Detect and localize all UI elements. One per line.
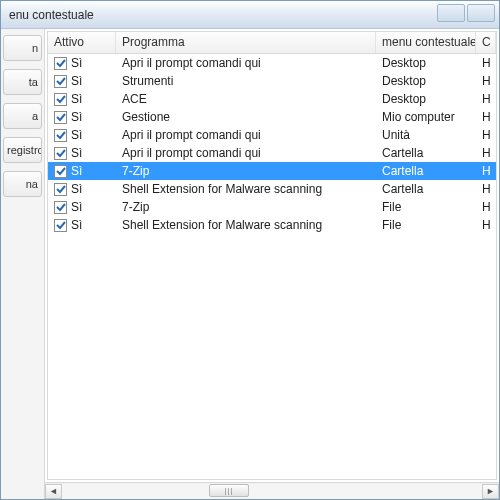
table-area: Attivo Programma menu contestuale C SìAp… [45, 29, 499, 499]
cell-attivo: Sì [48, 91, 116, 107]
cell-last: H [476, 127, 496, 143]
cell-menu: Cartella [376, 145, 476, 161]
cell-programma: Gestione [116, 109, 376, 125]
cell-menu: Cartella [376, 163, 476, 179]
cell-programma: Shell Extension for Malware scanning [116, 217, 376, 233]
sidebar-button-1[interactable]: ta [3, 69, 42, 95]
table-header: Attivo Programma menu contestuale C [48, 32, 496, 54]
window-controls [437, 4, 495, 22]
sidebar-button-0[interactable]: n [3, 35, 42, 61]
attivo-value: Sì [71, 218, 82, 232]
cell-last: H [476, 181, 496, 197]
scroll-right-icon[interactable]: ► [482, 484, 499, 499]
table-row[interactable]: SìApri il prompt comandi quiDesktopH [48, 54, 496, 72]
table-row[interactable]: SìGestioneMio computerH [48, 108, 496, 126]
window: enu contestuale n ta a registro na Attiv… [0, 0, 500, 500]
cell-attivo: Sì [48, 217, 116, 233]
scroll-track[interactable]: ||| [62, 484, 482, 499]
cell-attivo: Sì [48, 163, 116, 179]
table-row[interactable]: SìApri il prompt comandi quiCartellaH [48, 144, 496, 162]
attivo-value: Sì [71, 146, 82, 160]
cell-programma: ACE [116, 91, 376, 107]
checkbox[interactable] [54, 93, 67, 106]
checkbox[interactable] [54, 75, 67, 88]
window-body: n ta a registro na Attivo Programma menu… [1, 29, 499, 499]
cell-programma: Shell Extension for Malware scanning [116, 181, 376, 197]
cell-last: H [476, 55, 496, 71]
header-menu[interactable]: menu contestuale [376, 32, 476, 53]
table-rows: SìApri il prompt comandi quiDesktopHSìSt… [48, 54, 496, 234]
maximize-button[interactable] [467, 4, 495, 22]
minimize-button[interactable] [437, 4, 465, 22]
table-row[interactable]: SìStrumentiDesktopH [48, 72, 496, 90]
cell-last: H [476, 145, 496, 161]
attivo-value: Sì [71, 164, 82, 178]
sidebar-button-3[interactable]: registro [3, 137, 42, 163]
cell-menu: Desktop [376, 91, 476, 107]
cell-programma: Strumenti [116, 73, 376, 89]
table-row[interactable]: SìACEDesktopH [48, 90, 496, 108]
attivo-value: Sì [71, 56, 82, 70]
cell-attivo: Sì [48, 109, 116, 125]
titlebar: enu contestuale [1, 1, 499, 29]
cell-menu: File [376, 199, 476, 215]
scroll-left-icon[interactable]: ◄ [45, 484, 62, 499]
cell-attivo: Sì [48, 199, 116, 215]
header-attivo[interactable]: Attivo [48, 32, 116, 53]
horizontal-scrollbar[interactable]: ◄ ||| ► [45, 482, 499, 499]
sidebar-button-4[interactable]: na [3, 171, 42, 197]
cell-attivo: Sì [48, 73, 116, 89]
checkbox[interactable] [54, 219, 67, 232]
attivo-value: Sì [71, 92, 82, 106]
cell-last: H [476, 73, 496, 89]
cell-last: H [476, 199, 496, 215]
cell-last: H [476, 91, 496, 107]
sidebar: n ta a registro na [1, 29, 45, 499]
attivo-value: Sì [71, 128, 82, 142]
cell-menu: Unità [376, 127, 476, 143]
attivo-value: Sì [71, 74, 82, 88]
cell-programma: Apri il prompt comandi qui [116, 55, 376, 71]
table-row[interactable]: SìShell Extension for Malware scanningFi… [48, 216, 496, 234]
table-row[interactable]: SìShell Extension for Malware scanningCa… [48, 180, 496, 198]
cell-programma: 7-Zip [116, 163, 376, 179]
scroll-thumb[interactable]: ||| [209, 484, 249, 497]
checkbox[interactable] [54, 129, 67, 142]
cell-menu: Mio computer [376, 109, 476, 125]
data-grid: Attivo Programma menu contestuale C SìAp… [47, 31, 497, 480]
cell-attivo: Sì [48, 55, 116, 71]
checkbox[interactable] [54, 165, 67, 178]
cell-attivo: Sì [48, 145, 116, 161]
checkbox[interactable] [54, 201, 67, 214]
cell-programma: 7-Zip [116, 199, 376, 215]
cell-last: H [476, 109, 496, 125]
cell-menu: Desktop [376, 73, 476, 89]
cell-menu: Cartella [376, 181, 476, 197]
cell-last: H [476, 163, 496, 179]
table-row[interactable]: Sì7-ZipFileH [48, 198, 496, 216]
attivo-value: Sì [71, 182, 82, 196]
table-row[interactable]: SìApri il prompt comandi quiUnitàH [48, 126, 496, 144]
checkbox[interactable] [54, 57, 67, 70]
table-row[interactable]: Sì7-ZipCartellaH [48, 162, 496, 180]
header-programma[interactable]: Programma [116, 32, 376, 53]
attivo-value: Sì [71, 200, 82, 214]
cell-programma: Apri il prompt comandi qui [116, 127, 376, 143]
window-title: enu contestuale [9, 8, 94, 22]
header-last[interactable]: C [476, 32, 496, 53]
cell-menu: Desktop [376, 55, 476, 71]
attivo-value: Sì [71, 110, 82, 124]
cell-attivo: Sì [48, 127, 116, 143]
sidebar-button-2[interactable]: a [3, 103, 42, 129]
cell-programma: Apri il prompt comandi qui [116, 145, 376, 161]
cell-last: H [476, 217, 496, 233]
checkbox[interactable] [54, 183, 67, 196]
checkbox[interactable] [54, 147, 67, 160]
checkbox[interactable] [54, 111, 67, 124]
cell-attivo: Sì [48, 181, 116, 197]
cell-menu: File [376, 217, 476, 233]
